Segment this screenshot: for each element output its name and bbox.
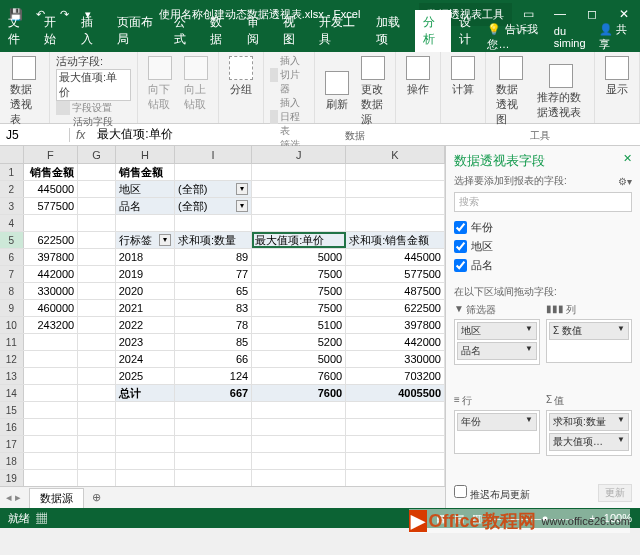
cell[interactable] (346, 198, 445, 214)
cell[interactable]: 最大值项:单价 (252, 232, 346, 248)
field-item[interactable]: 地区 (454, 237, 632, 256)
cell[interactable]: 83 (175, 300, 252, 316)
cell[interactable] (24, 385, 78, 401)
pane-gear-icon[interactable]: ⚙▾ (618, 176, 632, 187)
cell[interactable] (175, 164, 252, 180)
row-header[interactable]: 11 (0, 334, 24, 350)
cell[interactable]: 330000 (24, 283, 78, 299)
cell[interactable]: 求和项:销售金额 (346, 232, 445, 248)
area-vals-box[interactable]: 求和项:数量▼最大值项…▼ (546, 410, 632, 456)
cell[interactable]: 地区 (116, 181, 175, 197)
calc-button[interactable]: 计算 (447, 54, 479, 99)
area-pill[interactable]: Σ 数值▼ (549, 322, 629, 340)
cell[interactable]: 7600 (252, 385, 346, 401)
cell[interactable]: 442000 (24, 266, 78, 282)
area-filter-box[interactable]: 地区▼品名▼ (454, 319, 540, 365)
cell[interactable] (78, 351, 116, 367)
row-header[interactable]: 5 (0, 232, 24, 248)
group-button[interactable]: 分组 (225, 54, 257, 99)
cell[interactable]: 销售金额 (116, 164, 175, 180)
active-field-value[interactable]: 最大值项:单价 (56, 69, 131, 101)
tab-formulas[interactable]: 公式 (166, 10, 202, 52)
tab-view[interactable]: 视图 (275, 10, 311, 52)
col-G[interactable]: G (78, 146, 116, 163)
row-header[interactable]: 15 (0, 402, 24, 418)
sheet-nav[interactable]: ◂ ▸ (0, 491, 27, 504)
cell[interactable] (78, 283, 116, 299)
minimize-icon[interactable]: — (544, 7, 576, 21)
cell[interactable]: (全部)▾ (175, 198, 252, 214)
cell[interactable]: 487500 (346, 283, 445, 299)
cell[interactable]: 330000 (346, 351, 445, 367)
cell[interactable]: 5000 (252, 249, 346, 265)
cell[interactable]: 7600 (252, 368, 346, 384)
show-button[interactable]: 显示 (601, 54, 633, 99)
dropdown-icon[interactable]: ▾ (159, 234, 171, 246)
name-box[interactable]: J5 (0, 128, 70, 142)
area-pill[interactable]: 最大值项…▼ (549, 433, 629, 451)
select-all[interactable] (0, 146, 24, 163)
row-header[interactable]: 9 (0, 300, 24, 316)
tab-file[interactable]: 文件 (0, 10, 36, 52)
cell[interactable] (116, 419, 175, 435)
cell[interactable]: 622500 (346, 300, 445, 316)
refresh-button[interactable]: 刷新 (321, 69, 353, 114)
cell[interactable]: 求和项:数量 (175, 232, 252, 248)
tab-layout[interactable]: 页面布局 (109, 10, 166, 52)
cell[interactable] (346, 164, 445, 180)
cell[interactable]: 4005500 (346, 385, 445, 401)
cell[interactable]: 77 (175, 266, 252, 282)
col-J[interactable]: J (252, 146, 346, 163)
row-header[interactable]: 14 (0, 385, 24, 401)
row-header[interactable]: 1 (0, 164, 24, 180)
tab-design[interactable]: 设计 (451, 10, 487, 52)
row-header[interactable]: 6 (0, 249, 24, 265)
row-header[interactable]: 7 (0, 266, 24, 282)
cell[interactable] (252, 453, 346, 469)
cell[interactable] (78, 215, 116, 231)
cell[interactable]: 78 (175, 317, 252, 333)
cell[interactable]: 总计 (116, 385, 175, 401)
cell[interactable]: 89 (175, 249, 252, 265)
row-header[interactable]: 13 (0, 368, 24, 384)
cell[interactable] (252, 198, 346, 214)
col-K[interactable]: K (346, 146, 445, 163)
field-settings-button[interactable]: 字段设置 (56, 101, 131, 115)
cell[interactable] (78, 419, 116, 435)
row-header[interactable]: 10 (0, 317, 24, 333)
maximize-icon[interactable]: ◻ (576, 7, 608, 21)
cell[interactable]: 577500 (346, 266, 445, 282)
add-sheet-button[interactable]: ⊕ (84, 491, 109, 504)
cell[interactable]: 442000 (346, 334, 445, 350)
actions-button[interactable]: 操作 (402, 54, 434, 99)
cell[interactable]: 2023 (116, 334, 175, 350)
cell[interactable] (252, 181, 346, 197)
tab-home[interactable]: 开始 (36, 10, 72, 52)
cell[interactable]: (全部)▾ (175, 181, 252, 197)
row-header[interactable]: 19 (0, 470, 24, 486)
row-header[interactable]: 12 (0, 351, 24, 367)
cell[interactable]: 2022 (116, 317, 175, 333)
field-search[interactable]: 搜索 (454, 192, 632, 212)
cell[interactable] (116, 453, 175, 469)
cell[interactable] (252, 470, 346, 486)
fx-icon[interactable]: fx (70, 128, 91, 142)
cell[interactable] (78, 181, 116, 197)
cell[interactable] (346, 419, 445, 435)
formula-input[interactable]: 最大值项:单价 (91, 126, 640, 143)
cell[interactable] (116, 470, 175, 486)
row-header[interactable]: 4 (0, 215, 24, 231)
cell[interactable] (78, 232, 116, 248)
cell[interactable] (78, 453, 116, 469)
row-header[interactable]: 17 (0, 436, 24, 452)
cell[interactable] (78, 198, 116, 214)
cell[interactable] (78, 436, 116, 452)
pivottable-button[interactable]: 数据透视表 (6, 54, 43, 129)
row-header[interactable]: 18 (0, 453, 24, 469)
cell[interactable] (116, 215, 175, 231)
cell[interactable]: 445000 (24, 181, 78, 197)
cell[interactable] (24, 351, 78, 367)
cell[interactable] (78, 249, 116, 265)
cell[interactable] (175, 453, 252, 469)
cell[interactable] (24, 334, 78, 350)
